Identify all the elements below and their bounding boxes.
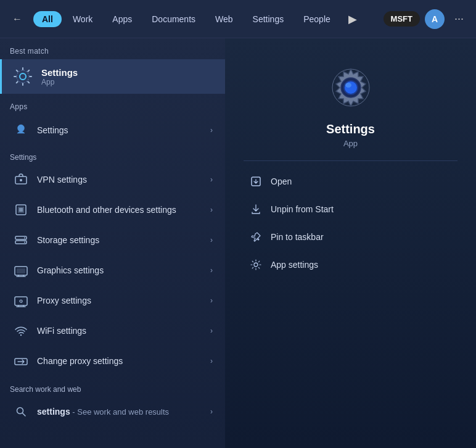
graphics-label: Graphics settings xyxy=(37,265,210,275)
storage-label: Storage settings xyxy=(37,235,210,245)
app-icon-large xyxy=(326,63,375,112)
app-settings-icon xyxy=(248,257,263,272)
chevron-icon: › xyxy=(210,126,213,135)
chevron-icon: › xyxy=(210,205,213,214)
settings-section-label: Settings xyxy=(0,146,225,164)
search-web-icon xyxy=(12,403,30,420)
wifi-label: WiFi settings xyxy=(37,326,210,336)
vpn-label: VPN settings xyxy=(37,175,210,185)
unpin-start-icon xyxy=(248,202,263,217)
apps-section-label: Apps xyxy=(0,94,225,115)
svg-point-22 xyxy=(345,83,351,88)
chevron-icon: › xyxy=(210,326,213,335)
action-list: Open Unpin from Start xyxy=(244,167,458,279)
action-unpin-label: Unpin from Start xyxy=(271,204,334,214)
action-unpin-start[interactable]: Unpin from Start xyxy=(244,196,458,223)
best-match-subtitle: App xyxy=(41,78,78,86)
best-match-item[interactable]: Settings App xyxy=(0,59,225,94)
tab-people[interactable]: People xyxy=(295,11,339,27)
wifi-icon xyxy=(12,322,30,339)
list-item-change-proxy[interactable]: Change proxy settings › xyxy=(2,346,223,376)
tab-apps[interactable]: Apps xyxy=(104,11,141,27)
action-pin-taskbar[interactable]: Pin to taskbar xyxy=(244,223,458,251)
list-item-vpn[interactable]: VPN settings › xyxy=(2,165,223,194)
avatar[interactable]: A xyxy=(425,9,445,29)
graphics-icon xyxy=(12,262,30,279)
tab-settings[interactable]: Settings xyxy=(244,11,293,27)
more-tabs-button[interactable]: ▶ xyxy=(343,9,363,29)
settings-app-label: Settings xyxy=(37,125,210,135)
svg-point-0 xyxy=(20,73,26,80)
left-panel: Best match Settings App Apps xyxy=(0,38,225,448)
change-proxy-label: Change proxy settings xyxy=(37,356,210,366)
action-app-settings-label: App settings xyxy=(271,260,318,270)
svg-point-14 xyxy=(20,300,22,302)
list-item-settings-app[interactable]: Settings › xyxy=(2,115,223,145)
settings-app-icon xyxy=(12,65,34,88)
divider xyxy=(244,160,458,161)
right-panel: Settings App Open xyxy=(225,38,476,448)
search-bar: ← All Work Apps Documents Web Settings P… xyxy=(0,0,476,38)
svg-rect-6 xyxy=(19,208,23,212)
action-open[interactable]: Open xyxy=(244,168,458,195)
back-button[interactable]: ← xyxy=(7,9,27,29)
chevron-icon: › xyxy=(210,236,213,244)
search-web-item[interactable]: settings - See work and web results › xyxy=(2,397,223,426)
list-item-proxy[interactable]: Proxy settings › xyxy=(2,286,223,315)
bluetooth-icon xyxy=(12,201,30,218)
tab-documents[interactable]: Documents xyxy=(143,11,204,27)
ellipsis-button[interactable]: ··· xyxy=(449,10,469,28)
user-badge[interactable]: MSFT xyxy=(384,11,420,27)
tab-web[interactable]: Web xyxy=(207,11,242,27)
best-match-title: Settings xyxy=(41,67,78,78)
proxy-icon xyxy=(12,292,30,309)
svg-point-10 xyxy=(24,242,25,243)
chevron-icon: › xyxy=(210,357,213,365)
best-match-label: Best match xyxy=(0,38,225,59)
action-open-label: Open xyxy=(271,176,292,186)
chevron-icon: › xyxy=(210,296,213,305)
list-item-graphics[interactable]: Graphics settings › xyxy=(2,255,223,285)
pin-taskbar-icon xyxy=(248,230,263,244)
action-pin-label: Pin to taskbar xyxy=(271,232,324,242)
storage-icon xyxy=(12,231,30,249)
search-web-label: Search work and web xyxy=(0,376,225,396)
svg-point-1 xyxy=(17,70,29,83)
list-item-wifi[interactable]: WiFi settings › xyxy=(2,316,223,346)
tab-all[interactable]: All xyxy=(33,11,62,27)
action-app-settings[interactable]: App settings xyxy=(244,251,458,278)
list-item-storage[interactable]: Storage settings › xyxy=(2,225,223,255)
bluetooth-label: Bluetooth and other devices settings xyxy=(37,205,210,215)
proxy-label: Proxy settings xyxy=(37,296,210,305)
list-item-bluetooth[interactable]: Bluetooth and other devices settings › xyxy=(2,195,223,225)
app-name-large: Settings xyxy=(326,122,375,136)
chevron-icon: › xyxy=(210,175,213,184)
settings-moon-icon xyxy=(12,122,30,139)
svg-rect-13 xyxy=(15,297,27,305)
chevron-icon: › xyxy=(210,266,213,275)
svg-point-24 xyxy=(254,263,258,267)
change-proxy-icon xyxy=(12,352,30,370)
chevron-icon: › xyxy=(210,407,213,416)
open-icon xyxy=(248,174,263,189)
search-web-query: settings - See work and web results xyxy=(37,407,210,417)
svg-rect-12 xyxy=(17,268,25,273)
main-layout: Best match Settings App Apps xyxy=(0,38,476,448)
vpn-icon xyxy=(12,171,30,188)
app-type: App xyxy=(343,139,358,148)
svg-point-9 xyxy=(24,238,25,239)
svg-point-15 xyxy=(20,334,22,336)
svg-point-3 xyxy=(20,179,22,181)
tab-work[interactable]: Work xyxy=(64,11,101,27)
